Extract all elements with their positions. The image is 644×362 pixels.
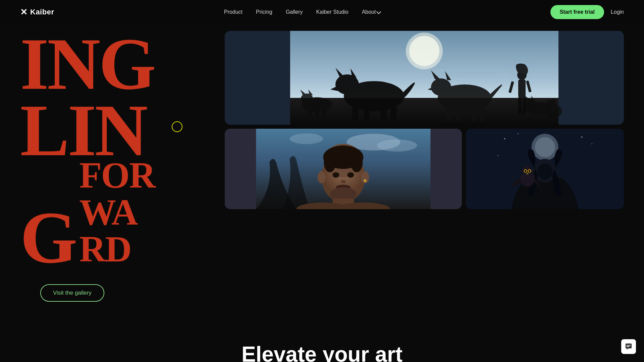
- nav-item-pricing[interactable]: Pricing: [256, 9, 272, 15]
- visit-gallery-button[interactable]: Visit the gallery: [40, 284, 104, 302]
- chat-icon: [625, 343, 632, 350]
- svg-point-50: [324, 152, 336, 172]
- svg-rect-27: [315, 109, 319, 118]
- elevate-title: Elevate your art: [20, 342, 624, 362]
- svg-point-68: [581, 136, 582, 138]
- hero-bottom-row: G FORWARD: [20, 157, 195, 271]
- hero-forward: FORWARD: [79, 157, 155, 267]
- svg-rect-31: [518, 97, 522, 114]
- svg-rect-12: [391, 107, 397, 121]
- svg-rect-21: [480, 107, 485, 121]
- nav-links: Product Pricing Gallery Kaiber Studio Ab…: [224, 9, 381, 15]
- svg-point-69: [591, 143, 592, 144]
- svg-point-41: [547, 100, 551, 104]
- svg-rect-9: [352, 106, 358, 121]
- navbar: ✕ Kaiber Product Pricing Gallery Kaiber …: [0, 0, 644, 24]
- svg-rect-32: [523, 97, 526, 114]
- svg-point-66: [504, 138, 505, 139]
- svg-point-67: [518, 133, 519, 134]
- svg-rect-83: [626, 344, 632, 349]
- hero-line2: LIN: [20, 97, 195, 164]
- elevate-section: Elevate your art Lift your creative expr…: [0, 315, 644, 362]
- nav-item-gallery[interactable]: Gallery: [286, 9, 303, 15]
- svg-rect-86: [627, 346, 630, 347]
- svg-point-75: [522, 166, 533, 177]
- logo-text: Kaiber: [30, 8, 54, 16]
- svg-point-46: [289, 133, 323, 144]
- about-chevron-icon: [376, 9, 381, 14]
- svg-point-54: [340, 180, 346, 183]
- portrait-svg: [225, 129, 462, 209]
- nav-item-studio[interactable]: Kaiber Studio: [316, 9, 348, 15]
- svg-point-2: [409, 36, 439, 66]
- svg-point-62: [364, 179, 366, 182]
- gallery-image-portrait: [225, 129, 462, 209]
- svg-rect-29: [518, 79, 526, 98]
- nav-cta: Start free trial Login: [550, 5, 624, 19]
- svg-point-45: [377, 139, 417, 152]
- svg-rect-28: [323, 109, 326, 118]
- start-trial-button[interactable]: Start free trial: [550, 5, 604, 19]
- hero-line1: ING: [20, 31, 195, 97]
- svg-point-70: [497, 155, 498, 156]
- gallery-image-wolves: [225, 31, 624, 125]
- wolves-svg: [225, 31, 624, 125]
- svg-rect-19: [456, 109, 461, 121]
- hero-line3: G: [20, 204, 76, 271]
- svg-rect-85: [627, 345, 631, 346]
- nav-item-product[interactable]: Product: [224, 9, 243, 15]
- svg-marker-84: [627, 349, 629, 350]
- svg-point-51: [351, 152, 363, 172]
- svg-point-57: [317, 171, 325, 183]
- svg-rect-20: [471, 108, 476, 121]
- gallery-section: [215, 24, 644, 315]
- main-section: ING LIN G FORWARD Visit the gallery: [0, 0, 644, 315]
- logo-symbol: ✕: [20, 7, 28, 17]
- svg-point-73: [537, 164, 552, 180]
- nav-item-about[interactable]: About: [362, 9, 381, 15]
- svg-rect-26: [309, 109, 312, 118]
- chat-widget-button[interactable]: [621, 339, 636, 354]
- svg-point-79: [528, 170, 530, 172]
- svg-point-78: [524, 170, 526, 172]
- login-button[interactable]: Login: [611, 9, 624, 15]
- gallery-image-owl: [466, 129, 624, 209]
- svg-rect-10: [364, 107, 370, 121]
- svg-point-42: [551, 99, 556, 104]
- svg-rect-11: [381, 108, 387, 121]
- hero-text-block: ING LIN G FORWARD Visit the gallery: [0, 24, 215, 315]
- svg-rect-18: [446, 107, 451, 121]
- owl-svg: [466, 129, 624, 209]
- svg-point-53: [347, 172, 354, 178]
- svg-point-52: [332, 172, 339, 178]
- logo-link[interactable]: ✕ Kaiber: [20, 7, 54, 17]
- gallery-bottom-row: [225, 129, 624, 209]
- svg-point-65: [535, 137, 555, 157]
